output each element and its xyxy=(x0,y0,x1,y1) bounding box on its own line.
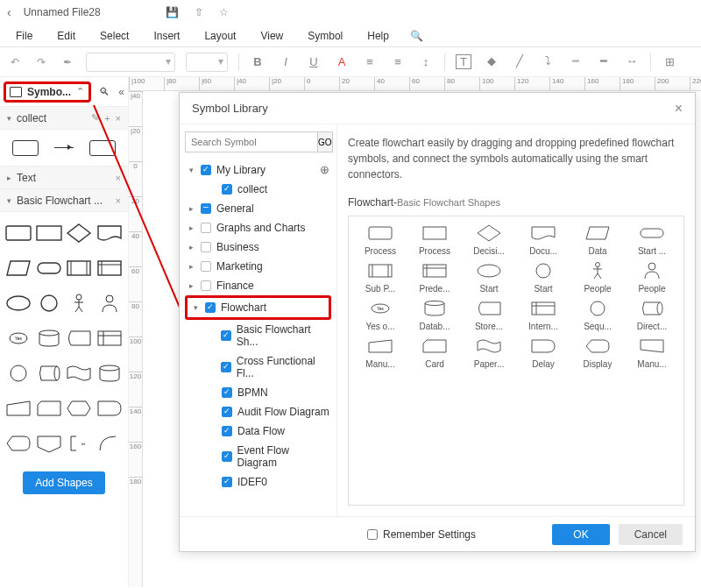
shape-db2[interactable] xyxy=(96,358,124,389)
ok-button[interactable]: OK xyxy=(552,524,609,545)
symbol-item[interactable]: Start xyxy=(519,261,568,294)
shape-data[interactable] xyxy=(5,252,32,284)
search-input[interactable] xyxy=(185,131,318,152)
menu-insert[interactable]: Insert xyxy=(141,26,192,46)
symbol-item[interactable]: Paper... xyxy=(464,337,513,369)
shape-document[interactable] xyxy=(96,217,124,249)
undo-icon[interactable]: ↶ xyxy=(7,54,23,70)
export-icon[interactable]: ⇧ xyxy=(195,6,203,18)
dash-icon[interactable]: ┉ xyxy=(568,54,584,69)
save-icon[interactable]: 💾 xyxy=(166,6,179,18)
section-collect[interactable]: ▾ collect ✎ + × xyxy=(0,107,128,130)
paint-icon[interactable]: ✒ xyxy=(60,54,75,70)
section-text[interactable]: ▸ Text × xyxy=(0,166,128,189)
shape-direct[interactable] xyxy=(36,358,63,389)
plus-icon[interactable]: ⊕ xyxy=(320,163,329,176)
symbol-item[interactable]: Manu... xyxy=(627,337,676,369)
shape-manual[interactable] xyxy=(5,393,32,424)
shape-person[interactable] xyxy=(66,287,93,319)
symbol-item[interactable]: Card xyxy=(410,337,459,369)
symbol-item[interactable]: People xyxy=(573,261,622,294)
shape-display[interactable] xyxy=(5,428,32,459)
symbol-item[interactable]: Manu... xyxy=(356,337,405,369)
tree-basic-flow[interactable]: Basic Flowchart Sh... xyxy=(206,320,331,351)
symbol-item[interactable]: Process xyxy=(356,223,405,256)
menu-edit[interactable]: Edit xyxy=(45,26,88,46)
shape-tape[interactable] xyxy=(66,358,93,389)
shape-decision[interactable] xyxy=(66,217,93,249)
binoculars-icon[interactable]: 🔍 xyxy=(401,26,432,46)
go-button[interactable]: GO xyxy=(318,131,333,152)
shape-delay[interactable] xyxy=(96,393,124,424)
tree-general[interactable]: ▸General xyxy=(185,199,331,218)
shape-circle[interactable] xyxy=(36,287,63,319)
shape-ellipse[interactable] xyxy=(5,287,32,319)
tree-finance[interactable]: ▸Finance xyxy=(185,276,331,295)
shape-stored[interactable] xyxy=(66,322,93,354)
group-icon[interactable]: ⊞ xyxy=(662,55,677,68)
tree-event[interactable]: Event Flow Diagram xyxy=(206,441,331,472)
symbol-item[interactable]: Datab... xyxy=(410,299,459,331)
fontcolor-icon[interactable]: A xyxy=(334,55,350,68)
menu-help[interactable]: Help xyxy=(355,26,401,46)
section-basic-flowchart[interactable]: ▾ Basic Flowchart ... × xyxy=(0,189,128,212)
shape-note[interactable]: txt xyxy=(66,428,93,459)
edit-icon[interactable]: ✎ xyxy=(91,112,99,124)
menu-file[interactable]: File xyxy=(4,26,45,46)
menu-select[interactable]: Select xyxy=(88,26,141,46)
tree-marketing[interactable]: ▸Marketing xyxy=(185,257,331,276)
symbol-item[interactable]: Sub P... xyxy=(356,261,405,294)
tree-my-library[interactable]: ▾My Library⊕ xyxy=(185,159,331,180)
symbol-item[interactable]: Sequ... xyxy=(573,299,622,331)
shape-yes[interactable]: Yes xyxy=(5,322,32,354)
collapse-icon[interactable]: « xyxy=(118,86,124,98)
line-icon[interactable]: ╱ xyxy=(512,54,528,69)
font-select[interactable] xyxy=(86,53,175,72)
symbol-item[interactable]: Prede... xyxy=(410,261,459,294)
align-icon[interactable]: ≡ xyxy=(362,55,378,68)
shape-internal[interactable] xyxy=(96,322,124,354)
shape-hex[interactable] xyxy=(66,393,93,424)
tree-idef0[interactable]: IDEF0 xyxy=(206,472,331,492)
shape-subprocess[interactable] xyxy=(66,252,93,284)
tree-cross-func[interactable]: Cross Functional Fl... xyxy=(206,351,331,383)
tree-business[interactable]: ▸Business xyxy=(185,237,331,257)
shape-offpage[interactable] xyxy=(36,428,63,459)
shape-database[interactable] xyxy=(36,322,63,354)
symbol-item[interactable]: Start xyxy=(464,261,513,294)
tree-dataflow[interactable]: Data Flow xyxy=(206,422,331,441)
close-icon[interactable]: × xyxy=(675,101,683,117)
menu-view[interactable]: View xyxy=(248,26,295,46)
menu-layout[interactable]: Layout xyxy=(192,26,248,46)
tree-graphs[interactable]: ▸Graphs and Charts xyxy=(185,218,331,237)
shape-seq[interactable] xyxy=(5,358,32,389)
symbol-item[interactable]: YesYes o... xyxy=(356,299,405,331)
remember-checkbox[interactable] xyxy=(367,529,378,540)
redo-icon[interactable]: ↷ xyxy=(33,54,49,70)
tree-collect[interactable]: collect xyxy=(206,180,331,199)
connector-icon[interactable]: ⤵ xyxy=(540,54,556,69)
fill-icon[interactable]: ◆ xyxy=(484,54,499,69)
shape-process2[interactable] xyxy=(36,217,63,249)
tree-audit[interactable]: Audit Flow Diagram xyxy=(206,402,331,422)
back-icon[interactable]: ‹ xyxy=(7,5,11,19)
symbol-item[interactable]: Intern... xyxy=(519,299,568,331)
symbol-item[interactable]: Process xyxy=(410,223,459,256)
tree-bpmn[interactable]: BPMN xyxy=(206,383,331,402)
symbol-item[interactable]: People xyxy=(627,261,676,294)
symbol-item[interactable]: Start ... xyxy=(627,223,676,256)
arrow-icon[interactable]: ↔ xyxy=(624,54,640,69)
symbol-item[interactable]: Direct... xyxy=(627,299,676,331)
linespace-icon[interactable]: ↕ xyxy=(418,55,434,68)
align2-icon[interactable]: ≡ xyxy=(390,55,406,68)
symbol-panel-toggle[interactable]: Symbo... ⌃ xyxy=(4,81,91,103)
symbol-item[interactable]: Delay xyxy=(519,337,568,369)
underline-icon[interactable]: U xyxy=(306,55,322,68)
textbox-icon[interactable]: T xyxy=(456,54,471,69)
star-icon[interactable]: ☆ xyxy=(219,6,229,18)
symbol-item[interactable]: Display xyxy=(573,337,622,369)
cancel-button[interactable]: Cancel xyxy=(619,524,683,545)
symbol-item[interactable]: Decisi... xyxy=(464,223,513,256)
tree-flowchart[interactable]: ▾Flowchart xyxy=(189,298,327,317)
italic-icon[interactable]: I xyxy=(278,55,294,68)
